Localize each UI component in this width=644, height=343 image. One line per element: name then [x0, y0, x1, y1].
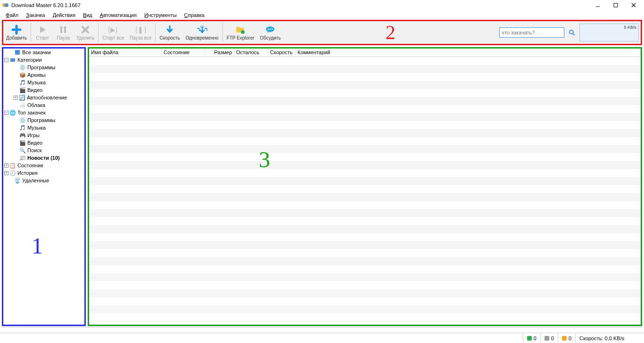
horizontal-splitter[interactable]	[2, 326, 642, 328]
tree-cat-programs[interactable]: 💿Программы	[3, 64, 84, 71]
download-list-body[interactable]: 3	[89, 57, 641, 325]
tree-top-video[interactable]: 🎬Видео	[3, 139, 84, 147]
tree-top-programs[interactable]: 💿Программы	[3, 116, 84, 124]
pause-all-button[interactable]: {❚❚} Пауза все	[127, 21, 154, 44]
archive-icon: 📦	[19, 72, 26, 78]
search-input[interactable]	[499, 27, 564, 38]
table-row	[89, 65, 641, 73]
tree-history[interactable]: +🕘История	[3, 169, 84, 177]
menu-help[interactable]: Справка	[181, 11, 208, 19]
annotation-number-1: 1	[32, 233, 43, 259]
tree-top-search[interactable]: 🔍Поиск	[3, 147, 84, 154]
tree-cat-music[interactable]: 🎵Музыка	[3, 79, 84, 86]
tree-top-news[interactable]: 📰Новости (10)	[3, 154, 84, 162]
video-icon: 🎬	[19, 139, 26, 146]
search-go-button[interactable]	[568, 29, 576, 36]
gray-dot-icon	[545, 336, 549, 341]
table-row	[89, 281, 641, 289]
table-row	[89, 289, 641, 297]
status-active-downloads[interactable]: 0	[523, 333, 540, 343]
video-icon: 🎬	[19, 87, 26, 93]
col-comment[interactable]: Комментарий	[296, 49, 641, 57]
delete-button[interactable]: Удалить	[74, 21, 97, 44]
expand-icon[interactable]: +	[4, 171, 8, 175]
status-paused-downloads[interactable]: 0	[540, 333, 558, 343]
menu-download[interactable]: Закачка	[22, 11, 49, 19]
table-row	[89, 169, 641, 177]
tree-all-downloads[interactable]: Все закачки	[3, 49, 84, 56]
titlebar: Download Master 6.20.1.1667	[0, 0, 644, 10]
col-filename[interactable]: Имя файла	[89, 49, 162, 57]
menu-file[interactable]: Файл	[2, 11, 22, 19]
minimize-button[interactable]	[589, 0, 606, 10]
music-icon: 🎵	[19, 124, 26, 131]
svg-rect-7	[60, 26, 62, 33]
start-button[interactable]: Старт	[32, 21, 53, 44]
tree-categories[interactable]: − Категории	[3, 56, 84, 64]
expand-icon[interactable]: +	[4, 163, 8, 168]
tree-state[interactable]: +📋Состояние	[3, 162, 84, 169]
status-error-downloads[interactable]: 0	[558, 333, 575, 343]
tree-top-games[interactable]: 🎮Игры	[3, 131, 84, 139]
tree-cat-autoupdate[interactable]: +🔄Автообновление	[3, 94, 84, 101]
list-rows	[89, 57, 641, 325]
tree-cat-clouds[interactable]: ☁️Облака	[3, 101, 84, 109]
svg-rect-14	[236, 27, 239, 29]
concurrent-button[interactable]: 10 Одновременно	[183, 21, 222, 44]
discuss-label: Обсудить	[260, 35, 281, 41]
table-row	[89, 201, 641, 209]
svg-rect-8	[64, 26, 66, 33]
table-row	[89, 137, 641, 145]
table-row	[89, 105, 641, 113]
discuss-button[interactable]: Обсудить	[257, 21, 283, 44]
svg-rect-22	[15, 50, 20, 55]
table-row	[89, 241, 641, 249]
close-button[interactable]	[625, 0, 642, 10]
svg-text:{▶}: {▶}	[108, 26, 118, 33]
expand-icon[interactable]: +	[14, 96, 18, 100]
status-speed[interactable]: Скорость: 0,0 KB/s	[575, 333, 641, 343]
window-title: Download Master 6.20.1.1667	[11, 2, 588, 8]
table-row	[89, 81, 641, 89]
table-row	[89, 273, 641, 281]
col-state[interactable]: Состояние	[162, 49, 205, 57]
table-row	[89, 161, 641, 169]
tree-top-music[interactable]: 🎵Музыка	[3, 124, 84, 131]
maximize-button[interactable]	[607, 0, 624, 10]
menu-tools[interactable]: Инструменты	[140, 11, 181, 19]
col-remaining[interactable]: Осталось	[234, 49, 268, 57]
orange-dot-icon	[562, 336, 567, 341]
speed-graph-box[interactable]: 5 KB/s	[579, 24, 639, 41]
menu-actions[interactable]: Действия	[49, 11, 79, 19]
ftp-explorer-button[interactable]: FTP Explorer	[224, 21, 257, 44]
annotation-number-2: 2	[386, 21, 396, 44]
annotation-number-3: 3	[259, 147, 270, 172]
col-size[interactable]: Размер	[205, 49, 234, 57]
pause-button[interactable]: Пауза	[53, 21, 74, 44]
annotation-box-3: Имя файла Состояние Размер Осталось Скор…	[88, 47, 642, 326]
svg-point-20	[570, 30, 573, 34]
svg-point-19	[272, 29, 272, 30]
cd-icon: 💿	[19, 117, 26, 123]
start-all-button[interactable]: {▶} Старт все	[99, 21, 127, 44]
delete-icon	[80, 24, 91, 35]
col-speed[interactable]: Скорость	[268, 49, 296, 57]
tree-cat-video[interactable]: 🎬Видео	[3, 86, 84, 94]
svg-rect-3	[614, 3, 618, 7]
table-row	[89, 113, 641, 121]
tree-cat-archives[interactable]: 📦Архивы	[3, 71, 84, 79]
menu-view[interactable]: Вид	[79, 11, 96, 19]
collapse-icon[interactable]: −	[4, 58, 8, 62]
svg-marker-6	[40, 26, 46, 33]
download-list-header: Имя файла Состояние Размер Осталось Скор…	[89, 49, 641, 57]
svg-text:{❚❚}: {❚❚}	[135, 26, 146, 34]
add-button[interactable]: Добавить	[3, 21, 30, 44]
cd-icon: 💿	[19, 64, 26, 71]
collapse-icon[interactable]: −	[4, 111, 8, 115]
speed-button[interactable]: Скорость	[157, 21, 182, 44]
tree-top[interactable]: − 🌐 Топ закачек	[3, 109, 84, 116]
menu-automation[interactable]: Автоматизация	[96, 11, 140, 19]
cloud-icon: ☁️	[19, 102, 26, 108]
tree-deleted[interactable]: 🗑️Удаленные	[3, 177, 84, 184]
pause-all-icon: {❚❚}	[135, 24, 146, 35]
